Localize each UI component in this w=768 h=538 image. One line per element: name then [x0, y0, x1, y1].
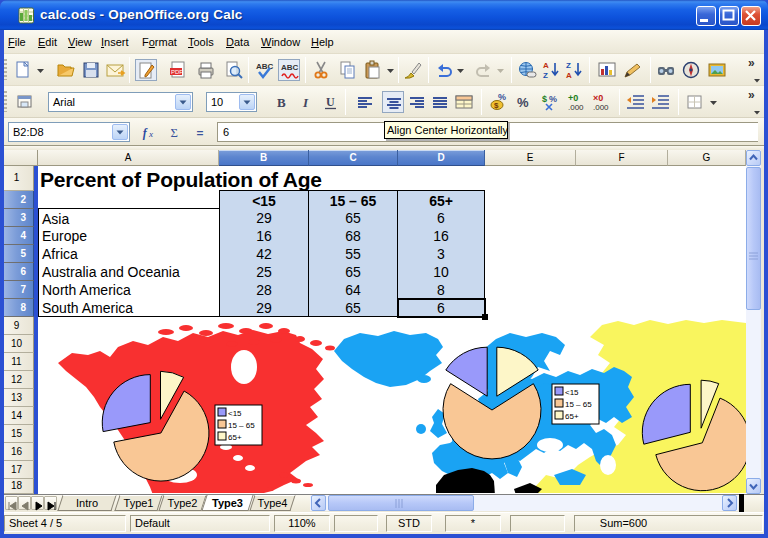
svg-text:A: A	[543, 61, 549, 70]
svg-text:$: $	[494, 101, 499, 110]
svg-text:PDF: PDF	[171, 69, 183, 75]
svg-text:Σ: Σ	[171, 126, 178, 140]
svg-text:Z: Z	[566, 61, 571, 70]
svg-text:%: %	[498, 92, 506, 102]
svg-text:.000: .000	[593, 103, 609, 112]
svg-text:×0: ×0	[593, 93, 603, 103]
svg-text:15 – 65: 15 – 65	[565, 400, 592, 409]
svg-text:15 – 65: 15 – 65	[228, 421, 255, 430]
svg-text:<15: <15	[565, 388, 579, 397]
svg-text:f: f	[143, 126, 148, 140]
svg-text:ABC: ABC	[281, 63, 299, 72]
svg-text:65+: 65+	[565, 412, 579, 421]
svg-text:B: B	[277, 95, 286, 110]
svg-text:.000: .000	[568, 103, 584, 112]
svg-text:x: x	[148, 129, 153, 139]
svg-text:A: A	[566, 71, 572, 80]
svg-text:%: %	[517, 95, 529, 110]
svg-text:%: %	[549, 94, 557, 104]
svg-text:<15: <15	[228, 409, 242, 418]
svg-text:$: $	[542, 94, 547, 104]
svg-text:65+: 65+	[228, 433, 242, 442]
svg-text:I: I	[302, 95, 309, 110]
svg-text:=: =	[197, 126, 204, 140]
svg-text:U: U	[326, 95, 335, 109]
svg-text:+0: +0	[568, 93, 578, 103]
svg-text:ABC: ABC	[256, 62, 274, 71]
svg-text:Z: Z	[543, 71, 548, 80]
